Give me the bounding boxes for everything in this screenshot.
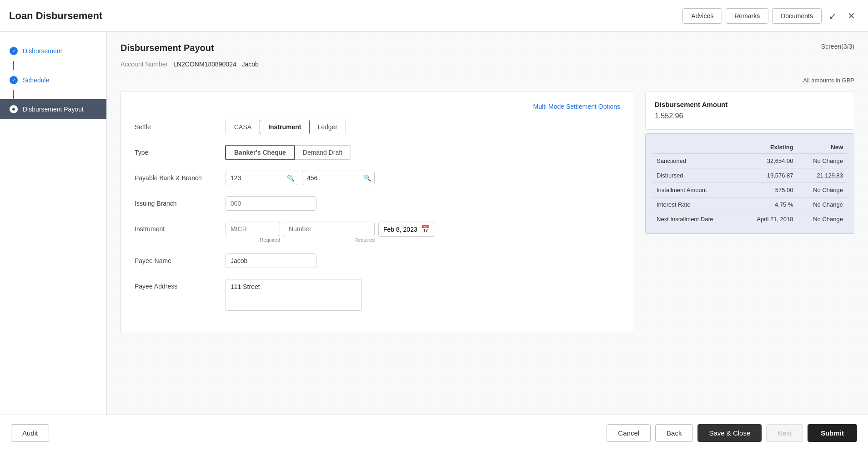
row-label: Next Installment Date xyxy=(653,212,738,227)
summary-table-body: Sanctioned 32,654.00 No Change Disbursed… xyxy=(653,154,847,227)
account-label: Account Number xyxy=(120,61,168,68)
sidebar: Disbursement Schedule Disbursement Payou… xyxy=(0,32,107,415)
row-label: Sanctioned xyxy=(653,154,738,168)
issuing-branch-input[interactable] xyxy=(226,196,316,211)
main-layout: Disbursement Schedule Disbursement Payou… xyxy=(0,32,868,415)
payee-name-row: Payee Name xyxy=(135,253,620,268)
two-col-layout: Multi Mode Settlement Options Settle CAS… xyxy=(120,91,854,333)
row-label: Interest Rate xyxy=(653,198,738,212)
disbursement-amount-label: Disbursement Amount xyxy=(655,101,845,108)
settle-row: Settle CASA Instrument Ledger xyxy=(135,120,620,134)
account-name: Jacob xyxy=(241,61,258,68)
settle-instrument-button[interactable]: Instrument xyxy=(260,120,310,134)
page-header: Disbursement Payout Screen(3/3) xyxy=(120,43,854,53)
instrument-date-input[interactable]: Feb 8, 2023 📅 xyxy=(378,222,435,237)
row-existing: 32,654.00 xyxy=(738,154,797,168)
instrument-row: Instrument Required Required xyxy=(135,222,620,243)
row-new: No Change xyxy=(797,212,847,227)
account-info: Account Number LN2CONM180890024 Jacob xyxy=(120,61,854,68)
instrument-inputs: Required Required Feb 8, 2023 📅 xyxy=(226,222,435,243)
summary-table-row: Installment Amount 575.00 No Change xyxy=(653,183,847,198)
type-demand-draft-button[interactable]: Demand Draft xyxy=(295,145,351,160)
close-icon[interactable]: ✕ xyxy=(844,9,859,23)
branch-search-icon[interactable]: 🔍 xyxy=(363,174,371,182)
row-existing: 4.75 % xyxy=(738,198,797,212)
account-number: LN2CONM180890024 xyxy=(173,61,236,68)
instrument-number-input[interactable] xyxy=(284,222,375,236)
payee-address-label: Payee Address xyxy=(135,279,226,290)
payout-dot-icon xyxy=(10,105,18,113)
documents-button[interactable]: Documents xyxy=(772,8,822,24)
form-panel: Multi Mode Settlement Options Settle CAS… xyxy=(120,91,634,333)
row-existing: 19,576.87 xyxy=(738,168,797,183)
payee-name-label: Payee Name xyxy=(135,253,226,264)
col-header-new: New xyxy=(797,141,847,154)
footer-left: Audit xyxy=(11,424,49,442)
screen-indicator: Screen(3/3) xyxy=(821,43,854,50)
bank-search-icon[interactable]: 🔍 xyxy=(287,174,295,182)
col-header-existing: Existing xyxy=(738,141,797,154)
summary-panel: Disbursement Amount 1,552.96 Existing Ne… xyxy=(645,91,854,333)
schedule-check-icon xyxy=(10,76,18,84)
amounts-note: All amounts in GBP xyxy=(120,77,854,84)
header-actions: Advices Remarks Documents ⤢ ✕ xyxy=(682,8,859,24)
micr-input[interactable] xyxy=(226,222,280,236)
instrument-label: Instrument xyxy=(135,222,226,233)
summary-table-row: Disbursed 19,576.87 21,129.83 xyxy=(653,168,847,183)
micr-required: Required xyxy=(226,237,280,243)
disbursement-check-icon xyxy=(10,47,18,55)
row-new: No Change xyxy=(797,183,847,198)
row-new: No Change xyxy=(797,154,847,168)
bank-input-wrapper: 🔍 xyxy=(226,171,298,185)
micr-wrapper: Required xyxy=(226,222,280,243)
save-close-button[interactable]: Save & Close xyxy=(697,424,762,442)
summary-table-row: Sanctioned 32,654.00 No Change xyxy=(653,154,847,168)
multi-mode-link: Multi Mode Settlement Options xyxy=(135,102,620,111)
payable-bank-label: Payable Bank & Branch xyxy=(135,171,226,182)
footer-right: Cancel Back Save & Close Next Submit xyxy=(607,424,857,442)
type-toggle-group: Banker's Cheque Demand Draft xyxy=(226,145,351,160)
disbursement-amount-card: Disbursement Amount 1,552.96 xyxy=(645,91,854,130)
summary-table-header: Existing New xyxy=(653,141,847,154)
issuing-branch-label: Issuing Branch xyxy=(135,196,226,207)
payable-bank-row: Payable Bank & Branch 🔍 🔍 xyxy=(135,171,620,185)
summary-table-row: Interest Rate 4.75 % No Change xyxy=(653,198,847,212)
advices-button[interactable]: Advices xyxy=(682,8,722,24)
audit-button[interactable]: Audit xyxy=(11,424,49,442)
sidebar-item-schedule[interactable]: Schedule xyxy=(0,70,106,90)
type-label: Type xyxy=(135,145,226,156)
expand-icon[interactable]: ⤢ xyxy=(825,9,840,23)
payee-address-input[interactable]: 111 Street xyxy=(226,279,362,311)
row-label: Installment Amount xyxy=(653,183,738,198)
row-new: 21,129.83 xyxy=(797,168,847,183)
row-new: No Change xyxy=(797,198,847,212)
summary-table-row: Next Installment Date April 21, 2018 No … xyxy=(653,212,847,227)
payee-name-input[interactable] xyxy=(226,253,316,268)
summary-table-card: Existing New Sanctioned 32,654.00 No Cha… xyxy=(645,133,854,234)
page-title: Disbursement Payout xyxy=(120,43,214,53)
settle-ledger-button[interactable]: Ledger xyxy=(309,120,346,134)
summary-table: Existing New Sanctioned 32,654.00 No Cha… xyxy=(653,141,847,226)
header: Loan Disbursement Advices Remarks Docume… xyxy=(0,0,868,32)
cancel-button[interactable]: Cancel xyxy=(607,424,651,442)
settle-label: Settle xyxy=(135,120,226,131)
next-button: Next xyxy=(766,424,803,442)
type-bankers-cheque-button[interactable]: Banker's Cheque xyxy=(225,145,295,160)
row-existing: 575.00 xyxy=(738,183,797,198)
multi-mode-settlement-link[interactable]: Multi Mode Settlement Options xyxy=(533,103,620,110)
sidebar-item-disbursement-payout[interactable]: Disbursement Payout xyxy=(0,99,106,119)
app-title: Loan Disbursement xyxy=(9,10,102,22)
submit-button[interactable]: Submit xyxy=(808,424,857,442)
sidebar-item-disbursement[interactable]: Disbursement xyxy=(0,41,106,61)
remarks-button[interactable]: Remarks xyxy=(726,8,768,24)
footer: Audit Cancel Back Save & Close Next Subm… xyxy=(0,415,868,451)
payee-address-row: Payee Address 111 Street xyxy=(135,279,620,311)
settle-toggle-group: CASA Instrument Ledger xyxy=(226,120,346,134)
col-header-label xyxy=(653,141,738,154)
number-required: Required xyxy=(284,237,375,243)
instrument-date-value: Feb 8, 2023 xyxy=(383,226,417,233)
sidebar-item-label: Disbursement xyxy=(23,47,62,55)
settle-casa-button[interactable]: CASA xyxy=(226,120,260,134)
back-button[interactable]: Back xyxy=(655,424,693,442)
issuing-branch-row: Issuing Branch xyxy=(135,196,620,211)
